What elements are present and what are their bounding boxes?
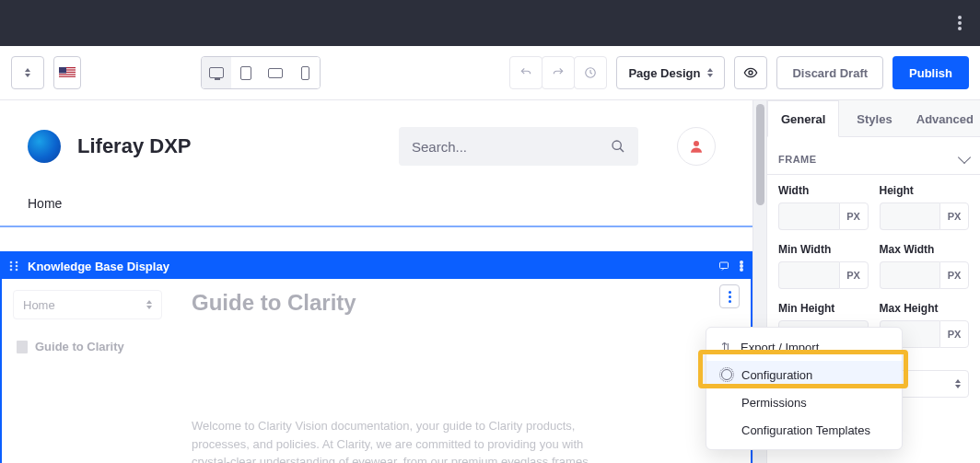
publish-button[interactable]: Publish: [892, 56, 969, 89]
device-phone-button[interactable]: [290, 57, 320, 88]
min-width-label: Min Width: [778, 243, 869, 256]
svg-rect-6: [59, 67, 66, 74]
kb-article-title: Guide to Clarity: [192, 290, 732, 316]
search-icon: [611, 139, 625, 154]
kb-article: Guide to Clarity Welcome to Clarity Visi…: [173, 279, 751, 463]
gear-icon: [721, 369, 732, 380]
site-logo: [28, 130, 61, 163]
svg-point-14: [16, 265, 18, 268]
selected-fragment: Knowledge Base Display Home Gu: [0, 251, 752, 463]
widget-options-menu: ⇅ Export / Import Configuration Permissi…: [706, 327, 903, 450]
global-menu-icon[interactable]: [958, 16, 962, 30]
svg-point-15: [10, 269, 13, 272]
site-nav: Home: [0, 192, 752, 226]
discard-draft-button[interactable]: Discard Draft: [776, 56, 883, 89]
device-landscape-button[interactable]: [261, 57, 290, 88]
width-unit[interactable]: PX: [839, 203, 869, 230]
menu-config-templates[interactable]: Configuration Templates: [706, 416, 902, 444]
global-header-bar: [0, 0, 980, 46]
width-label: Width: [778, 184, 869, 197]
swap-icon: ⇅: [721, 341, 731, 354]
max-height-label: Max Height: [880, 302, 970, 315]
edit-mode-label: Page Design: [628, 66, 700, 80]
experience-selector[interactable]: [11, 56, 44, 89]
kb-article-body: Welcome to Clarity Vision documentation,…: [192, 417, 597, 463]
selection-label: Knowledge Base Display: [28, 260, 169, 273]
kb-widget-body: Home Guide to Clarity Guide to Clarity W…: [2, 279, 751, 463]
undo-icon: [519, 66, 532, 79]
width-input[interactable]: [778, 203, 839, 230]
menu-permissions[interactable]: Permissions: [706, 388, 902, 416]
max-width-input[interactable]: [880, 261, 940, 289]
device-preview-group: [201, 56, 321, 89]
max-height-unit[interactable]: PX: [939, 320, 969, 348]
svg-point-9: [612, 141, 621, 149]
menu-export-import[interactable]: ⇅ Export / Import: [706, 333, 902, 361]
svg-point-8: [749, 71, 752, 75]
menu-configuration[interactable]: Configuration: [706, 361, 902, 388]
preview-button[interactable]: [734, 56, 767, 89]
selection-toolbar: Knowledge Base Display: [2, 253, 751, 279]
height-input[interactable]: [880, 203, 940, 230]
min-width-input[interactable]: [778, 261, 839, 289]
page-canvas: Liferay DXP Search... Home Knowledge Bas…: [0, 100, 752, 463]
search-placeholder: Search...: [412, 139, 611, 155]
min-height-label: Min Height: [778, 302, 869, 315]
site-header: Liferay DXP Search...: [0, 100, 752, 192]
tab-advanced[interactable]: Advanced: [910, 100, 980, 136]
clock-icon: [584, 66, 597, 79]
svg-point-16: [16, 269, 18, 272]
editor-toolbar: Page Design Discard Draft Publish: [0, 46, 980, 100]
drag-handle-icon[interactable]: [9, 260, 18, 272]
redo-icon: [552, 66, 565, 79]
nav-home-link[interactable]: Home: [28, 196, 62, 211]
redo-button[interactable]: [542, 56, 575, 89]
user-menu[interactable]: [677, 127, 716, 166]
language-selector[interactable]: [53, 56, 81, 89]
svg-rect-17: [720, 262, 729, 269]
kb-home-selector[interactable]: Home: [13, 290, 162, 319]
svg-point-10: [694, 141, 699, 146]
height-unit[interactable]: PX: [939, 203, 969, 230]
chevron-down-icon: [958, 151, 971, 164]
svg-rect-4: [59, 74, 76, 75]
panel-tabs: General Styles Advanced: [767, 100, 980, 137]
min-width-unit[interactable]: PX: [839, 261, 869, 289]
svg-point-11: [10, 261, 13, 264]
undo-button[interactable]: [509, 56, 542, 89]
device-tablet-button[interactable]: [231, 57, 261, 88]
edit-mode-selector[interactable]: Page Design: [616, 56, 725, 89]
kb-tree-item[interactable]: Guide to Clarity: [13, 319, 162, 374]
svg-rect-5: [59, 76, 76, 77]
tab-styles[interactable]: Styles: [839, 100, 909, 136]
eye-icon: [743, 65, 758, 80]
svg-point-13: [10, 265, 13, 268]
max-width-unit[interactable]: PX: [939, 261, 969, 289]
history-button[interactable]: [574, 56, 607, 89]
kb-sidebar: Home Guide to Clarity: [2, 279, 173, 463]
document-icon: [17, 341, 28, 353]
max-width-label: Max Width: [880, 243, 970, 256]
comments-icon[interactable]: [718, 260, 730, 272]
user-icon: [688, 138, 705, 155]
tab-general[interactable]: General: [767, 100, 839, 137]
frame-section-toggle[interactable]: FRAME: [778, 148, 969, 174]
flag-us-icon: [59, 67, 76, 78]
device-desktop-button[interactable]: [202, 57, 231, 88]
site-name: Liferay DXP: [77, 134, 192, 158]
svg-point-12: [16, 261, 18, 264]
search-input[interactable]: Search...: [399, 127, 638, 166]
height-label: Height: [880, 184, 970, 197]
fragment-options-icon[interactable]: [740, 260, 743, 272]
